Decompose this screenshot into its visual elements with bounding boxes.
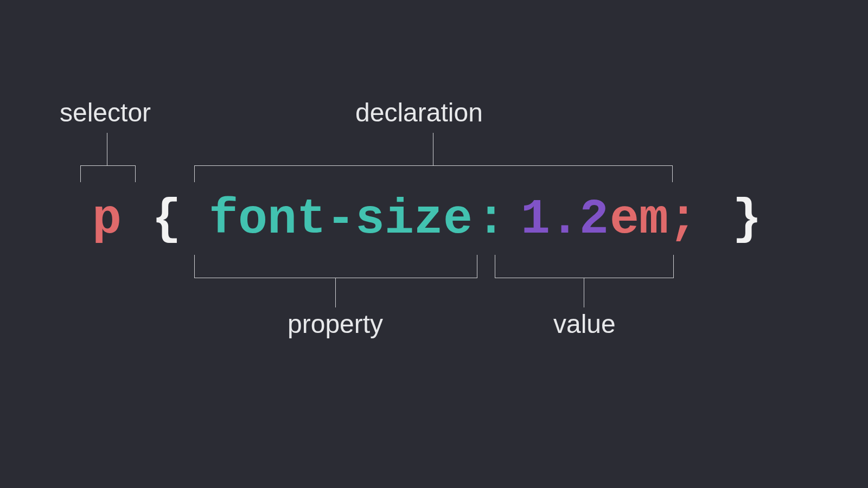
code-property: font-size — [209, 195, 473, 244]
stem-value — [584, 278, 584, 307]
code-value-unit: em — [610, 195, 668, 244]
label-selector: selector — [60, 98, 151, 127]
stem-selector — [107, 133, 107, 165]
code-open-brace: { — [152, 195, 181, 244]
label-value: value — [553, 309, 616, 339]
code-semicolon: ; — [668, 195, 698, 244]
bracket-value — [495, 255, 674, 278]
bracket-selector — [80, 165, 136, 182]
code-selector: p — [92, 195, 122, 244]
code-colon: : — [476, 195, 506, 244]
code-value-number: 1.2 — [521, 195, 609, 244]
css-anatomy-diagram: selector declaration p { font-size : 1.2… — [0, 0, 868, 488]
code-close-brace: } — [732, 195, 762, 244]
label-declaration: declaration — [355, 98, 483, 127]
stem-declaration — [433, 133, 433, 165]
bracket-property — [194, 255, 477, 278]
label-property: property — [288, 309, 383, 339]
stem-property — [335, 278, 336, 307]
bracket-declaration — [194, 165, 673, 182]
